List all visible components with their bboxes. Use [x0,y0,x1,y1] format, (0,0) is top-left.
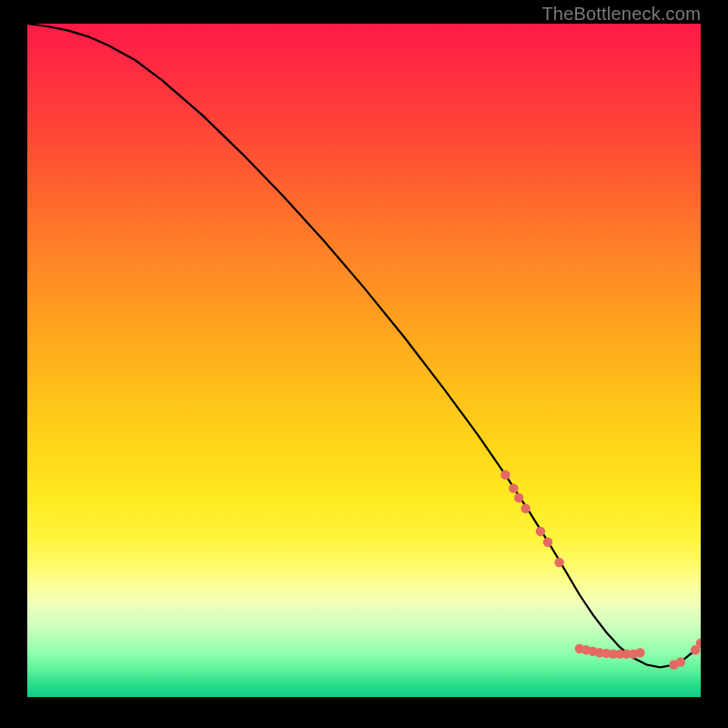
bottleneck-curve [27,24,701,697]
data-marker [543,538,552,547]
data-marker [514,493,523,502]
data-marker [521,504,530,513]
data-marker [635,648,644,657]
data-marker [676,657,685,666]
curve-line [27,24,701,667]
data-marker [554,558,563,567]
plot-area [27,24,701,697]
watermark-text: TheBottleneck.com [541,4,701,25]
curve-markers [500,470,701,670]
chart-stage: TheBottleneck.com [0,0,728,728]
data-marker [500,470,510,480]
data-marker [509,483,518,492]
data-marker [536,527,545,536]
